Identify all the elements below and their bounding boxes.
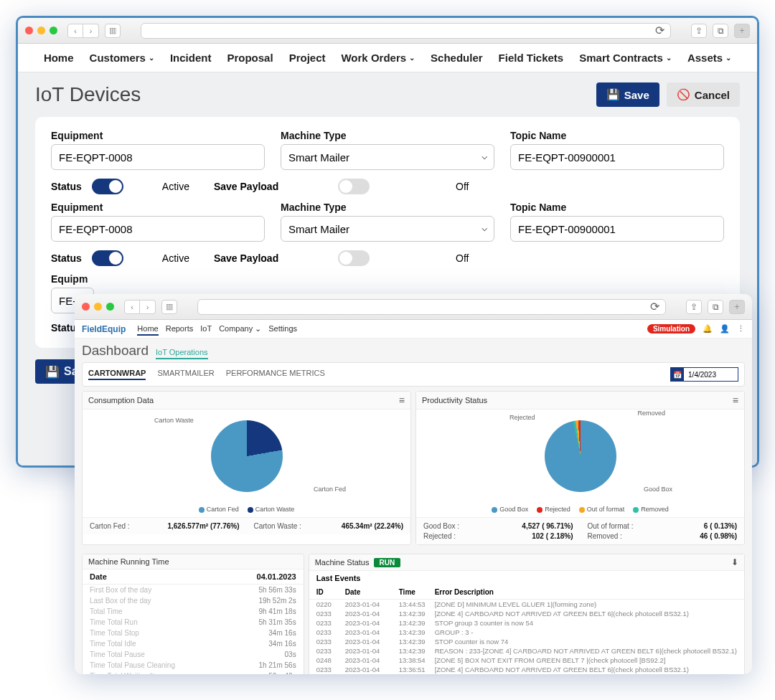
running-time-row: Time Total Waiting Items56m 46s <box>83 671 304 674</box>
nav-field-tickets[interactable]: Field Tickets <box>499 52 564 64</box>
bell-icon[interactable]: 🔔 <box>703 324 713 334</box>
machine-type-select-2[interactable]: Smart Mailer <box>281 216 494 242</box>
dashboard: Dashboard IoT Operations CARTONWRAPSMART… <box>75 339 752 674</box>
topic-name-field: Topic Name <box>510 130 724 170</box>
status-toggle[interactable] <box>92 179 123 194</box>
maximize-icon[interactable] <box>106 303 114 311</box>
nav-customers[interactable]: Customers⌄ <box>90 52 154 64</box>
share-icon[interactable]: ⇪ <box>691 24 707 38</box>
close-icon[interactable] <box>25 27 33 34</box>
dashboard-title: Dashboard <box>82 343 149 359</box>
share-icon[interactable]: ⇪ <box>686 300 702 314</box>
simulation-badge: Simulation <box>647 324 695 334</box>
minimize-icon[interactable] <box>37 27 45 34</box>
equipment-field: Equipment <box>51 130 265 170</box>
panel-productivity: Productivity Status≡ Rejected Removed Go… <box>415 391 745 545</box>
equipment-input[interactable] <box>51 144 265 170</box>
save-button[interactable]: 💾 Save <box>596 82 659 107</box>
running-time-row: Time Total Pause03s <box>83 649 304 660</box>
status-row-2: Status Active Save Payload Off <box>51 250 724 266</box>
running-time-row: Total Time9h 41m 18s <box>83 606 304 617</box>
nav-scheduler[interactable]: Scheduler <box>431 52 483 64</box>
dashboard-header: Dashboard IoT Operations <box>82 343 745 359</box>
dashboard-subtab[interactable]: IoT Operations <box>156 348 208 359</box>
legend-productivity: Good Box Rejected Out of format Removed <box>416 503 744 517</box>
status-toggle-2[interactable] <box>92 250 123 266</box>
page-title: IoT Devices <box>35 83 141 106</box>
nav-project[interactable]: Project <box>289 52 326 64</box>
kebab-icon[interactable]: ⋮ <box>737 324 745 334</box>
cancel-button[interactable]: 🚫 Cancel <box>667 82 740 107</box>
maximize-icon[interactable] <box>50 27 57 34</box>
nav2-home[interactable]: Home <box>137 324 158 336</box>
events-header: ID Date Time Error Description <box>309 585 744 600</box>
nav2-settings[interactable]: Settings <box>268 324 297 333</box>
nav-assets[interactable]: Assets⌄ <box>687 52 731 64</box>
equipment-field-2: Equipment <box>51 202 265 242</box>
nav-work-orders[interactable]: Work Orders⌄ <box>341 52 415 64</box>
sidebar-toggle-icon[interactable]: ▥ <box>105 24 121 38</box>
event-row: 02332023-01-0413:42:39[ZONE 4] CARBOARD … <box>309 609 744 618</box>
machine-type-select[interactable]: Smart Mailer <box>281 144 494 170</box>
nav2-iot[interactable]: IoT <box>200 324 212 333</box>
stats-consumption: Carton Fed :1,626.577m² (77.76%) Carton … <box>83 517 410 534</box>
stats-productivity: Good Box :4,527 ( 96.71%) Rejected :102 … <box>416 517 744 544</box>
avatar[interactable]: 👤 <box>720 324 730 334</box>
topic-name-input-2[interactable] <box>510 216 724 242</box>
topic-name-input[interactable] <box>510 144 724 170</box>
legend-consumption: Carton Fed Carton Waste <box>83 503 410 517</box>
machine-type-field-2: Machine Type Smart Mailer <box>281 202 494 242</box>
forward-button[interactable]: › <box>83 24 99 38</box>
nav-incident[interactable]: Incident <box>170 52 212 64</box>
back-button[interactable]: ‹ <box>67 24 83 38</box>
pie-chart-consumption <box>211 420 283 492</box>
nav-proposal[interactable]: Proposal <box>227 52 273 64</box>
new-tab-icon[interactable]: ＋ <box>734 24 750 38</box>
nav2-company[interactable]: Company ⌄ <box>219 324 261 333</box>
calendar-icon: 📅 <box>671 368 684 381</box>
new-tab-icon[interactable]: ＋ <box>729 300 745 314</box>
reload-icon[interactable]: ⟳ <box>650 300 659 313</box>
panel-consumption: Consumption Data≡ Carton Waste Carton Fe… <box>82 391 411 545</box>
address-bar-2[interactable]: ⟳ <box>197 299 666 315</box>
sidebar-toggle-icon[interactable]: ▥ <box>161 300 177 314</box>
close-icon[interactable] <box>82 303 90 311</box>
download-icon[interactable]: ⬇ <box>731 557 738 567</box>
nav-home[interactable]: Home <box>44 52 74 64</box>
machine-type-field: Machine Type Smart Mailer <box>281 130 494 170</box>
panel-menu-icon[interactable]: ≡ <box>733 394 738 406</box>
tab-performance-metrics[interactable]: PERFORMANCE METRICS <box>226 369 325 380</box>
date-picker[interactable]: 📅 1/4/2023 <box>670 367 738 382</box>
event-row: 02332023-01-0413:36:51[ZONE 4] CARBOARD … <box>309 665 744 674</box>
equipment-input-2[interactable] <box>51 216 265 242</box>
nav2-reports[interactable]: Reports <box>166 324 194 333</box>
tabs-icon[interactable]: ⧉ <box>708 300 723 314</box>
page-header: IoT Devices 💾 Save 🚫 Cancel <box>35 82 740 107</box>
dashboard-tabs: CARTONWRAPSMARTMAILERPERFORMANCE METRICS <box>88 369 325 380</box>
running-time-row: Last Box of the day19h 52m 2s <box>83 595 304 606</box>
save-payload-toggle[interactable] <box>338 179 370 194</box>
event-row: 02482023-01-0413:38:54[ZONE 5] BOX NOT E… <box>309 656 744 665</box>
topic-name-field-2: Topic Name <box>510 202 724 242</box>
nav-arrows: ‹ › <box>67 24 99 38</box>
minimize-icon[interactable] <box>94 303 102 311</box>
forward-button[interactable]: › <box>140 300 156 314</box>
pie-chart-productivity <box>545 420 616 492</box>
tab-cartonwrap[interactable]: CARTONWRAP <box>88 369 146 380</box>
brand-logo: FieldEquip <box>82 324 126 334</box>
tabs-icon[interactable]: ⧉ <box>713 24 728 38</box>
address-bar[interactable]: ⟳ <box>141 23 671 39</box>
save-payload-toggle-2[interactable] <box>338 250 370 266</box>
running-time-row: Time Total Run5h 31m 35s <box>83 617 304 628</box>
reload-icon[interactable]: ⟳ <box>655 24 664 37</box>
tab-smartmailer[interactable]: SMARTMAILER <box>157 369 214 380</box>
nav-arrows-2: ‹ › <box>124 300 156 314</box>
panel-menu-icon[interactable]: ≡ <box>399 394 405 406</box>
traffic-lights <box>25 27 57 34</box>
browser-window-2: ‹ › ▥ ⟳ ⇪ ⧉ ＋ FieldEquip HomeReportsIoTC… <box>75 294 752 674</box>
panel-machine-status: Machine StatusRUN ⬇ Last Events ID Date … <box>309 554 745 674</box>
back-button[interactable]: ‹ <box>124 300 140 314</box>
nav-smart-contracts[interactable]: Smart Contracts⌄ <box>579 52 672 64</box>
traffic-lights-2 <box>82 303 114 311</box>
panel-running-time: Machine Running Time Date04.01.2023 Firs… <box>82 554 304 674</box>
